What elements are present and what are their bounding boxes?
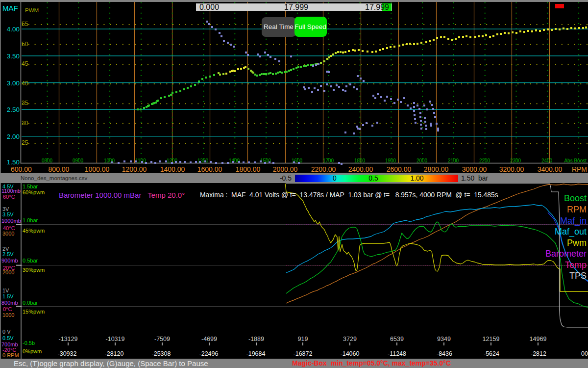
- svg-text:3V: 3V: [2, 206, 9, 212]
- svg-text:Abs Boost: Abs Boost: [564, 158, 587, 163]
- svg-text:Boost: Boost: [564, 193, 587, 203]
- svg-text:00: 00: [581, 350, 588, 357]
- svg-text:Maf_in: Maf_in: [560, 216, 587, 226]
- svg-text:0800: 0800: [42, 158, 53, 163]
- svg-text:-0.5b: -0.5b: [23, 340, 35, 346]
- svg-text:3000.00: 3000.00: [462, 165, 487, 173]
- svg-text:3000: 3000: [2, 231, 14, 237]
- svg-text:3200.00: 3200.00: [499, 165, 524, 173]
- svg-text:-22496: -22496: [199, 350, 219, 357]
- svg-text:PWM: PWM: [25, 7, 39, 13]
- svg-text:-19684: -19684: [246, 350, 266, 357]
- svg-text:1.5bar: 1.5bar: [23, 184, 38, 189]
- svg-text:3.5V: 3.5V: [2, 211, 14, 217]
- svg-text:40: 40: [22, 80, 28, 87]
- svg-text:0%pwm: 0%pwm: [23, 348, 42, 354]
- svg-text:1000.00: 1000.00: [85, 165, 110, 173]
- svg-text:1800: 1800: [354, 158, 366, 163]
- svg-text:3.00: 3.00: [7, 79, 20, 87]
- svg-text:1000: 1000: [2, 312, 14, 318]
- svg-text:35: 35: [22, 100, 28, 106]
- svg-text:2000.00: 2000.00: [273, 165, 298, 173]
- svg-text:0.5bar: 0.5bar: [23, 258, 38, 263]
- svg-text:-2812: -2812: [531, 350, 546, 357]
- svg-text:Barometer: Barometer: [545, 249, 587, 259]
- svg-text:25: 25: [22, 139, 28, 146]
- svg-text:1800.00: 1800.00: [236, 165, 261, 173]
- svg-text:1600.00: 1600.00: [197, 165, 222, 173]
- svg-text:2800.00: 2800.00: [424, 165, 449, 173]
- svg-text:0.0bar: 0.0bar: [23, 300, 38, 306]
- svg-text:800.00: 800.00: [49, 165, 70, 173]
- svg-text:-25308: -25308: [152, 350, 171, 357]
- svg-text:2200.00: 2200.00: [311, 165, 336, 173]
- svg-text:2600.00: 2600.00: [387, 165, 412, 173]
- svg-text:12159: 12159: [483, 336, 500, 342]
- svg-text:2000: 2000: [2, 269, 14, 275]
- svg-text:TPS: TPS: [569, 271, 587, 281]
- svg-text:Temp 20.0°: Temp 20.0°: [146, 191, 185, 199]
- svg-text:1000mb: 1000mb: [1, 218, 21, 224]
- svg-text:2200: 2200: [479, 158, 490, 163]
- svg-text:900mb: 900mb: [1, 258, 18, 263]
- svg-text:Pwm: Pwm: [567, 238, 587, 248]
- svg-text:Maxima : MAF 4.01 Volts @ t=: Maxima : MAF 4.01 Volts @ t= 13.478s / M…: [200, 191, 498, 199]
- svg-text:919: 919: [298, 336, 308, 342]
- svg-text:-16872: -16872: [294, 350, 313, 357]
- svg-text:55: 55: [22, 21, 28, 27]
- svg-text:Barometer 1000.00 mBar: Barometer 1000.00 mBar: [59, 191, 141, 199]
- svg-text:1700: 1700: [323, 158, 334, 163]
- svg-text:RPM: RPM: [572, 165, 587, 173]
- svg-text:2000: 2000: [416, 158, 428, 163]
- svg-text:4.00: 4.00: [7, 26, 20, 33]
- svg-text:14969: 14969: [530, 336, 547, 342]
- svg-text:1400.00: 1400.00: [160, 165, 185, 173]
- svg-text:0900: 0900: [73, 158, 84, 163]
- svg-text:1100mb: 1100mb: [1, 188, 21, 194]
- svg-text:-1889: -1889: [248, 336, 264, 342]
- svg-text:-4699: -4699: [201, 336, 217, 342]
- svg-text:700mb: 700mb: [1, 342, 18, 347]
- svg-text:0°C: 0°C: [3, 306, 12, 312]
- svg-text:45: 45: [22, 60, 28, 67]
- svg-text:RPM: RPM: [567, 205, 587, 214]
- svg-text:60%pwm: 60%pwm: [23, 189, 45, 195]
- svg-text:-30932: -30932: [58, 350, 77, 357]
- svg-text:45%pwm: 45%pwm: [23, 228, 45, 234]
- svg-text:2.00: 2.00: [7, 133, 20, 140]
- svg-text:-28120: -28120: [105, 350, 124, 357]
- svg-text:600.00: 600.00: [11, 165, 32, 173]
- svg-text:3400.00: 3400.00: [538, 165, 563, 173]
- svg-text:-5624: -5624: [484, 350, 499, 357]
- svg-text:Maf_out: Maf_out: [555, 227, 587, 237]
- svg-text:50: 50: [22, 41, 28, 48]
- svg-text:MAF: MAF: [2, 4, 18, 12]
- svg-text:0.5V: 0.5V: [2, 335, 14, 341]
- svg-text:15%pwm: 15%pwm: [23, 309, 45, 315]
- svg-text:2400: 2400: [541, 158, 553, 163]
- svg-text:Temp: Temp: [565, 260, 587, 270]
- svg-text:2.50: 2.50: [7, 106, 20, 113]
- svg-text:1.0bar: 1.0bar: [23, 217, 38, 223]
- svg-text:1V: 1V: [2, 288, 9, 293]
- svg-text:1200.00: 1200.00: [122, 165, 147, 173]
- svg-text:60°C: 60°C: [3, 194, 15, 200]
- svg-text:30%pwm: 30%pwm: [23, 267, 45, 273]
- svg-text:-14060: -14060: [341, 350, 360, 357]
- svg-text:0 V: 0 V: [2, 329, 11, 335]
- svg-text:1900: 1900: [385, 158, 396, 163]
- svg-text:2300: 2300: [510, 158, 521, 163]
- svg-text:800mb: 800mb: [1, 300, 18, 306]
- svg-text:9349: 9349: [437, 336, 451, 342]
- svg-text:2.5V: 2.5V: [2, 251, 14, 257]
- svg-text:1100: 1100: [135, 158, 146, 163]
- svg-text:1000: 1000: [104, 158, 115, 163]
- svg-text:-13129: -13129: [59, 336, 78, 342]
- svg-text:1.5V: 1.5V: [2, 293, 14, 299]
- svg-text:1.50: 1.50: [7, 158, 20, 166]
- svg-text:3.50: 3.50: [7, 53, 20, 60]
- svg-text:0 RPM: 0 RPM: [2, 352, 19, 358]
- svg-text:2100: 2100: [448, 158, 459, 163]
- svg-text:3729: 3729: [343, 336, 357, 342]
- svg-text:30: 30: [22, 120, 28, 127]
